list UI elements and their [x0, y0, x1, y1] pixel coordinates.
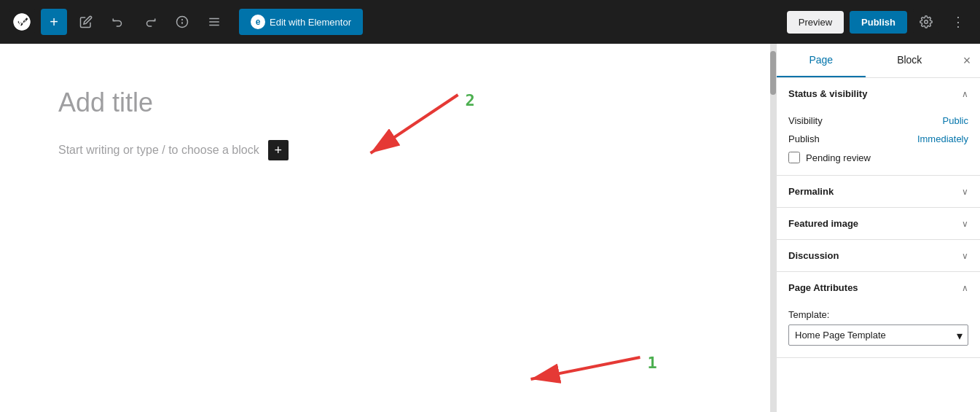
publish-row: Publish Immediately — [788, 133, 968, 144]
title-input[interactable]: Add title — [58, 88, 712, 118]
block-placeholder-area: Start writing or type / to choose a bloc… — [58, 140, 712, 160]
section-page-attributes-title: Page Attributes — [788, 282, 858, 293]
tab-block[interactable]: Block — [866, 44, 954, 77]
main-area: Add title Start writing or type / to cho… — [0, 44, 980, 412]
pending-review-checkbox[interactable] — [788, 152, 800, 163]
section-status-title: Status & visibility — [788, 88, 867, 99]
wordpress-logo: W — [9, 9, 35, 35]
section-status-content: Visibility Public Publish Immediately Pe… — [777, 109, 980, 175]
section-discussion-chevron: ∨ — [962, 251, 968, 261]
visibility-label: Visibility — [788, 115, 823, 126]
pending-review-label: Pending review — [806, 152, 871, 163]
section-featured-image: Featured image ∨ — [777, 208, 980, 240]
block-placeholder-text: Start writing or type / to choose a bloc… — [58, 144, 259, 157]
svg-point-8 — [925, 20, 928, 24]
visibility-value[interactable]: Public — [943, 115, 968, 126]
add-block-inline-button[interactable]: + — [268, 140, 289, 160]
pending-review-row: Pending review — [788, 152, 968, 163]
template-label: Template: — [788, 309, 968, 320]
info-button[interactable] — [169, 9, 195, 35]
redo-button[interactable] — [137, 9, 163, 35]
toolbar: W + e — [0, 0, 980, 44]
section-discussion: Discussion ∨ — [777, 240, 980, 272]
scrollbar-thumb[interactable] — [770, 51, 776, 95]
visibility-row: Visibility Public — [788, 115, 968, 126]
section-status-visibility: Status & visibility ∧ Visibility Public … — [777, 78, 980, 176]
undo-button[interactable] — [105, 9, 131, 35]
editor-scrollbar[interactable] — [770, 44, 776, 412]
list-view-button[interactable] — [201, 9, 227, 35]
publish-button[interactable]: Publish — [850, 11, 907, 34]
elementor-icon: e — [251, 15, 265, 29]
template-select-wrapper: Home Page Template Default Template Full… — [788, 324, 968, 346]
section-status-visibility-header[interactable]: Status & visibility ∧ — [777, 78, 980, 109]
section-permalink-header[interactable]: Permalink ∨ — [777, 176, 980, 207]
more-options-button[interactable]: ⋮ — [945, 9, 971, 35]
settings-button[interactable] — [913, 9, 939, 35]
edit-with-elementor-button[interactable]: e Edit with Elementor — [239, 9, 363, 35]
section-permalink-chevron: ∨ — [962, 187, 968, 197]
add-block-toolbar-button[interactable]: + — [41, 9, 67, 35]
edit-pen-button[interactable] — [73, 9, 99, 35]
section-page-attributes-content: Template: Home Page Template Default Tem… — [777, 303, 980, 357]
section-featured-image-header[interactable]: Featured image ∨ — [777, 208, 980, 239]
section-discussion-header[interactable]: Discussion ∨ — [777, 240, 980, 271]
svg-text:W: W — [17, 18, 26, 28]
svg-text:1: 1 — [648, 354, 657, 372]
section-page-attributes-header[interactable]: Page Attributes ∧ — [777, 272, 980, 303]
section-discussion-title: Discussion — [788, 250, 839, 261]
sidebar-close-button[interactable]: × — [954, 47, 980, 74]
tab-page[interactable]: Page — [777, 44, 866, 77]
editor-area[interactable]: Add title Start writing or type / to cho… — [0, 44, 770, 412]
publish-label: Publish — [788, 133, 820, 144]
section-permalink-title: Permalink — [788, 186, 834, 197]
section-featured-image-chevron: ∨ — [962, 219, 968, 229]
preview-button[interactable]: Preview — [787, 11, 844, 34]
section-status-chevron: ∧ — [962, 89, 968, 99]
section-permalink: Permalink ∨ — [777, 176, 980, 208]
publish-value[interactable]: Immediately — [917, 133, 968, 144]
sidebar: Page Block × Status & visibility ∧ Visib… — [776, 44, 980, 412]
section-page-attributes-chevron: ∧ — [962, 283, 968, 293]
toolbar-right: Preview Publish ⋮ — [787, 9, 971, 35]
template-select[interactable]: Home Page Template Default Template Full… — [788, 324, 968, 346]
section-featured-image-title: Featured image — [788, 218, 858, 229]
sidebar-header: Page Block × — [777, 44, 980, 78]
section-page-attributes: Page Attributes ∧ Template: Home Page Te… — [777, 272, 980, 358]
